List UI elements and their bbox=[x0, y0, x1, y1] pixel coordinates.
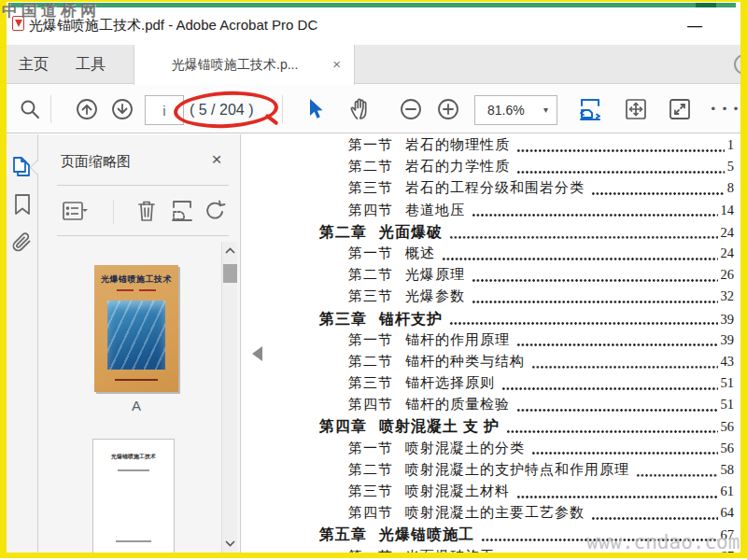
toc-row-label: 第三节 bbox=[348, 179, 393, 197]
titlepage-title: 光爆锚喷施工技术 bbox=[93, 453, 174, 461]
toc-row: 第三节 喷射混凝土材料 61 bbox=[242, 483, 734, 504]
toc-row-title: 巷道地压 bbox=[405, 202, 465, 219]
search-icon[interactable] bbox=[14, 93, 46, 125]
screenshot-stage: 光爆锚喷施工技术.pdf - Adobe Acrobat Pro DC — 主页… bbox=[0, 0, 747, 560]
toc-row-page: 56 bbox=[721, 419, 735, 435]
attachments-icon[interactable] bbox=[10, 231, 35, 256]
main-toolbar: ( 5 / 204 ) bbox=[7, 85, 740, 133]
tab-home[interactable]: 主页 bbox=[11, 45, 56, 84]
more-tools-icon[interactable]: • • • bbox=[710, 93, 740, 125]
toc-row-title: 岩石的力学性质 bbox=[405, 158, 510, 175]
toc-row-page: 58 bbox=[721, 462, 735, 478]
toc-dot-leader bbox=[516, 343, 718, 347]
fullscreen-button[interactable] bbox=[664, 93, 696, 125]
toc-row: 第三节 岩石的工程分级和围岩分类 8 bbox=[242, 179, 734, 201]
minimize-button[interactable]: — bbox=[681, 15, 709, 37]
toc-row-title: 锚杆选择原则 bbox=[405, 374, 495, 392]
title-bar: 光爆锚喷施工技术.pdf - Adobe Acrobat Pro DC — bbox=[7, 7, 740, 45]
acrobat-window: 光爆锚喷施工技术.pdf - Adobe Acrobat Pro DC — 主页… bbox=[7, 2, 740, 553]
toc-row: 第四章 喷射混凝土 支 护 56 bbox=[242, 417, 734, 439]
thumbnail-page-label: A bbox=[94, 398, 178, 413]
toc-dot-leader bbox=[591, 191, 725, 196]
toc-row-page: 39 bbox=[721, 312, 735, 328]
panel-title: 页面缩略图 bbox=[61, 153, 131, 171]
toc-row-label: 第二章 bbox=[319, 223, 367, 243]
select-tool-icon[interactable] bbox=[300, 93, 331, 125]
toc-dot-leader bbox=[516, 148, 725, 153]
toc-row-title: 概述 bbox=[405, 245, 435, 262]
toc-row-page: 56 bbox=[721, 441, 735, 456]
cover-author-line bbox=[139, 289, 156, 291]
toc-row-page: 51 bbox=[721, 375, 735, 391]
zoom-level-value: 81.6% bbox=[487, 96, 525, 124]
panel-close-icon[interactable]: × bbox=[204, 147, 229, 172]
tab-close-icon[interactable]: × bbox=[332, 45, 341, 84]
tab-document-label: 光爆锚喷施工技术.p... bbox=[172, 57, 298, 72]
previous-page-button[interactable] bbox=[71, 93, 103, 125]
bookmarks-icon[interactable] bbox=[10, 192, 35, 217]
toc-row-page: 24 bbox=[721, 225, 735, 241]
thumbnail-page-a[interactable]: 光爆锚喷施工技术 bbox=[94, 265, 178, 392]
toc-row-title: 锚杆的质量检验 bbox=[405, 396, 510, 413]
toc-row-title: 光面爆破 bbox=[379, 223, 443, 243]
fit-page-button[interactable] bbox=[620, 93, 652, 125]
toc-row-page: 51 bbox=[721, 397, 735, 413]
toc-row-title: 喷射混凝土 支 护 bbox=[379, 417, 500, 437]
toc-row-title: 光爆锚喷施工 bbox=[379, 525, 474, 545]
highlight-border-top bbox=[0, 0, 747, 2]
toc-row: 第二节 喷射混凝土的支护特点和作用原理 58 bbox=[242, 461, 734, 483]
scroll-down-icon[interactable] bbox=[223, 537, 237, 550]
toc-dot-leader bbox=[506, 429, 718, 434]
next-page-button[interactable] bbox=[106, 93, 138, 125]
toc-dot-leader bbox=[472, 300, 718, 304]
highlight-border-right bbox=[740, 0, 747, 558]
scrollbar-thumb[interactable] bbox=[223, 264, 237, 283]
thumbnail-page-b[interactable]: 光爆锚喷施工技术 bbox=[92, 439, 175, 553]
toc-row-title: 光爆原理 bbox=[405, 266, 465, 284]
thumbnails-panel: 页面缩略图 × bbox=[37, 134, 241, 553]
toc-row-page: 8 bbox=[727, 180, 734, 196]
panel-toolbar-separator bbox=[113, 200, 114, 224]
resize-pages-icon[interactable] bbox=[167, 196, 197, 226]
toc-row-label: 第三节 bbox=[348, 287, 393, 305]
toc-row-label: 第二节 bbox=[348, 158, 393, 175]
zoom-in-button[interactable] bbox=[432, 93, 464, 125]
rotate-pages-icon[interactable] bbox=[201, 196, 231, 226]
toc-dot-leader bbox=[516, 408, 718, 413]
zoom-out-button[interactable] bbox=[395, 93, 427, 125]
tab-document[interactable]: 光爆锚喷施工技术.p... × bbox=[134, 45, 355, 85]
toc-row: 第四节 锚杆的质量检验 51 bbox=[242, 396, 734, 417]
toc-row: 第一节 喷射混凝土的分类 56 bbox=[242, 440, 734, 461]
watermark-top-left: 中国道桥网 bbox=[2, 0, 100, 21]
toc-dot-leader bbox=[531, 364, 718, 369]
toolbar-separator bbox=[50, 95, 51, 123]
toc-row-page: 5 bbox=[727, 159, 734, 175]
collapse-panel-icon[interactable] bbox=[252, 346, 262, 361]
panel-scrollbar[interactable] bbox=[221, 242, 237, 553]
document-page: 第一节 岩石的物理性质 1 第二节 岩石的力学性质 5 第三节 岩石的工程分级和… bbox=[242, 134, 740, 553]
toc-row: 第四节 喷射混凝土的主要工艺参数 64 bbox=[242, 504, 734, 525]
fit-width-button[interactable] bbox=[574, 93, 606, 125]
toc-row-title: 锚杆支护 bbox=[379, 310, 443, 329]
toc-dot-leader bbox=[449, 321, 718, 326]
titlepage-publisher-line bbox=[116, 540, 151, 542]
hand-tool-icon[interactable] bbox=[345, 93, 376, 125]
toc-row-label: 第一节 bbox=[348, 245, 393, 262]
toc-row-label: 第二节 bbox=[348, 461, 393, 479]
delete-pages-icon[interactable] bbox=[132, 196, 162, 226]
toolbar-separator bbox=[282, 95, 283, 123]
toc-row-label: 第一节 bbox=[348, 331, 393, 349]
toc-row-label: 第五章 bbox=[319, 525, 367, 545]
toc-dot-leader bbox=[472, 278, 718, 283]
table-of-contents: 第一节 岩石的物理性质 1 第二节 岩石的力学性质 5 第三节 岩石的工程分级和… bbox=[242, 136, 734, 553]
thumbnail-options-icon[interactable] bbox=[61, 196, 91, 226]
watermark-bottom-right: www.cndao.com bbox=[586, 531, 740, 553]
tab-bar: 主页 工具 光爆锚喷施工技术.p... × bbox=[7, 45, 740, 84]
toc-row-title: 岩石的物理性质 bbox=[405, 136, 510, 154]
zoom-level-dropdown[interactable]: 81.6% ▾ bbox=[474, 95, 557, 125]
tab-tools[interactable]: 工具 bbox=[68, 45, 113, 84]
panel-divider bbox=[57, 185, 229, 186]
cover-title: 光爆锚喷施工技术 bbox=[94, 273, 178, 286]
navigation-rail bbox=[7, 134, 37, 553]
scroll-up-icon[interactable] bbox=[223, 245, 237, 258]
